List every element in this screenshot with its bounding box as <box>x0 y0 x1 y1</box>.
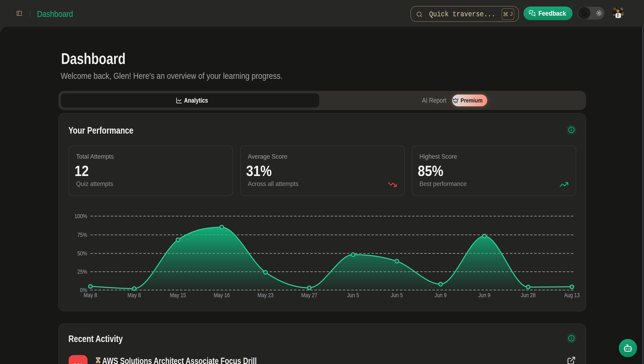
svg-text:May 8: May 8 <box>84 292 97 298</box>
svg-text:25%: 25% <box>77 268 87 275</box>
svg-text:75%: 75% <box>77 232 87 238</box>
svg-text:Jun 5: Jun 5 <box>347 292 359 298</box>
svg-text:May 27: May 27 <box>301 292 318 298</box>
svg-text:May 8: May 8 <box>128 292 141 298</box>
svg-text:100%: 100% <box>74 213 87 219</box>
svg-text:Jun 9: Jun 9 <box>478 292 490 298</box>
svg-text:Jun 5: Jun 5 <box>391 292 403 298</box>
svg-text:May 15: May 15 <box>170 292 186 298</box>
svg-text:May 23: May 23 <box>258 292 274 298</box>
svg-text:May 16: May 16 <box>214 292 230 298</box>
svg-text:Aug 13: Aug 13 <box>564 292 580 298</box>
svg-text:Jun 9: Jun 9 <box>435 292 447 298</box>
svg-text:50%: 50% <box>77 250 87 257</box>
svg-text:Jun 28: Jun 28 <box>521 292 536 298</box>
